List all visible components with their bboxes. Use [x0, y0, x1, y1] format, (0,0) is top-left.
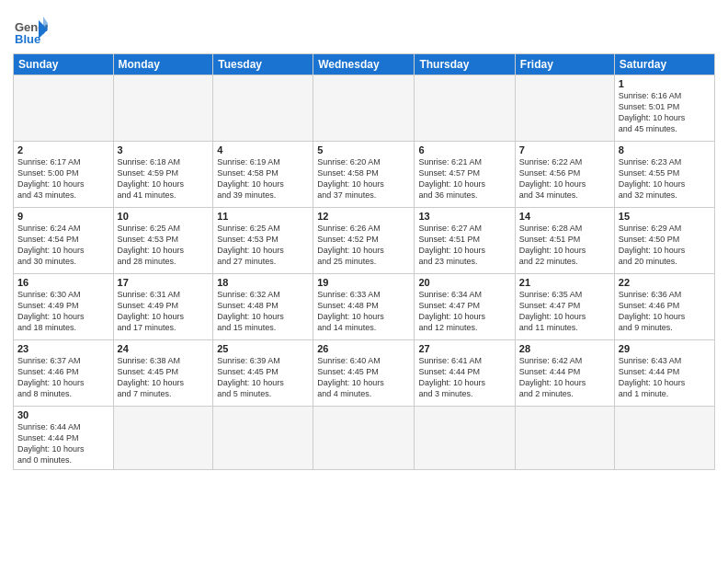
- day-info: Sunrise: 6:33 AM Sunset: 4:48 PM Dayligh…: [317, 289, 410, 334]
- calendar-day-cell: [14, 75, 114, 142]
- calendar-day-cell: 11Sunrise: 6:25 AM Sunset: 4:53 PM Dayli…: [213, 208, 313, 274]
- calendar-day-cell: 30Sunrise: 6:44 AM Sunset: 4:44 PM Dayli…: [14, 407, 114, 470]
- calendar-day-cell: 1Sunrise: 6:16 AM Sunset: 5:01 PM Daylig…: [614, 75, 714, 142]
- day-info: Sunrise: 6:17 AM Sunset: 5:00 PM Dayligh…: [17, 156, 109, 201]
- weekday-header-wednesday: Wednesday: [313, 54, 415, 75]
- day-info: Sunrise: 6:31 AM Sunset: 4:49 PM Dayligh…: [118, 289, 210, 334]
- calendar-day-cell: [415, 75, 515, 142]
- weekday-header-monday: Monday: [113, 54, 213, 75]
- calendar-week-2: 2Sunrise: 6:17 AM Sunset: 5:00 PM Daylig…: [14, 142, 715, 208]
- day-number: 29: [619, 343, 711, 354]
- day-number: 12: [317, 211, 410, 222]
- day-info: Sunrise: 6:22 AM Sunset: 4:56 PM Dayligh…: [519, 156, 610, 201]
- day-info: Sunrise: 6:40 AM Sunset: 4:45 PM Dayligh…: [317, 355, 410, 400]
- day-info: Sunrise: 6:24 AM Sunset: 4:54 PM Dayligh…: [17, 223, 109, 268]
- day-info: Sunrise: 6:16 AM Sunset: 5:01 PM Dayligh…: [619, 90, 711, 135]
- day-number: 23: [17, 343, 109, 354]
- calendar-day-cell: [213, 75, 313, 142]
- day-info: Sunrise: 6:34 AM Sunset: 4:47 PM Dayligh…: [418, 289, 510, 334]
- day-info: Sunrise: 6:23 AM Sunset: 4:55 PM Dayligh…: [619, 156, 711, 201]
- day-info: Sunrise: 6:38 AM Sunset: 4:45 PM Dayligh…: [118, 355, 210, 400]
- calendar-day-cell: [515, 75, 614, 142]
- day-info: Sunrise: 6:21 AM Sunset: 4:57 PM Dayligh…: [418, 156, 510, 201]
- calendar-day-cell: 24Sunrise: 6:38 AM Sunset: 4:45 PM Dayli…: [113, 340, 213, 407]
- day-number: 8: [619, 144, 711, 155]
- day-info: Sunrise: 6:27 AM Sunset: 4:51 PM Dayligh…: [418, 223, 510, 268]
- day-number: 27: [418, 343, 510, 354]
- weekday-header-tuesday: Tuesday: [213, 54, 313, 75]
- calendar-day-cell: 10Sunrise: 6:25 AM Sunset: 4:53 PM Dayli…: [113, 208, 213, 274]
- day-number: 16: [17, 277, 109, 288]
- calendar-day-cell: 8Sunrise: 6:23 AM Sunset: 4:55 PM Daylig…: [614, 142, 714, 208]
- calendar-day-cell: 19Sunrise: 6:33 AM Sunset: 4:48 PM Dayli…: [313, 274, 415, 340]
- day-number: 22: [619, 277, 711, 288]
- calendar-day-cell: 5Sunrise: 6:20 AM Sunset: 4:58 PM Daylig…: [313, 142, 415, 208]
- calendar-day-cell: 17Sunrise: 6:31 AM Sunset: 4:49 PM Dayli…: [113, 274, 213, 340]
- calendar-day-cell: 22Sunrise: 6:36 AM Sunset: 4:46 PM Dayli…: [614, 274, 714, 340]
- day-number: 9: [17, 211, 109, 222]
- page: General Blue SundayMondayTuesdayWednesda…: [0, 0, 728, 563]
- calendar-day-cell: 14Sunrise: 6:28 AM Sunset: 4:51 PM Dayli…: [515, 208, 614, 274]
- calendar-day-cell: 23Sunrise: 6:37 AM Sunset: 4:46 PM Dayli…: [14, 340, 114, 407]
- day-info: Sunrise: 6:19 AM Sunset: 4:58 PM Dayligh…: [217, 156, 309, 201]
- calendar-day-cell: [313, 75, 415, 142]
- calendar-week-1: 1Sunrise: 6:16 AM Sunset: 5:01 PM Daylig…: [14, 75, 715, 142]
- day-info: Sunrise: 6:44 AM Sunset: 4:44 PM Dayligh…: [17, 421, 109, 466]
- weekday-header-row: SundayMondayTuesdayWednesdayThursdayFrid…: [14, 54, 715, 75]
- day-number: 13: [418, 211, 510, 222]
- day-info: Sunrise: 6:43 AM Sunset: 4:44 PM Dayligh…: [619, 355, 711, 400]
- calendar-day-cell: 7Sunrise: 6:22 AM Sunset: 4:56 PM Daylig…: [515, 142, 614, 208]
- calendar-day-cell: 26Sunrise: 6:40 AM Sunset: 4:45 PM Dayli…: [313, 340, 415, 407]
- calendar-week-5: 23Sunrise: 6:37 AM Sunset: 4:46 PM Dayli…: [14, 340, 715, 407]
- day-number: 15: [619, 211, 711, 222]
- day-number: 1: [619, 78, 711, 89]
- day-number: 3: [118, 144, 210, 155]
- day-number: 17: [118, 277, 210, 288]
- calendar-day-cell: [515, 407, 614, 470]
- day-number: 4: [217, 144, 309, 155]
- calendar-day-cell: 12Sunrise: 6:26 AM Sunset: 4:52 PM Dayli…: [313, 208, 415, 274]
- day-number: 14: [519, 211, 610, 222]
- calendar-week-6: 30Sunrise: 6:44 AM Sunset: 4:44 PM Dayli…: [14, 407, 715, 470]
- calendar-day-cell: 6Sunrise: 6:21 AM Sunset: 4:57 PM Daylig…: [415, 142, 515, 208]
- day-number: 2: [17, 144, 109, 155]
- day-info: Sunrise: 6:30 AM Sunset: 4:49 PM Dayligh…: [17, 289, 109, 334]
- weekday-header-saturday: Saturday: [614, 54, 714, 75]
- logo: General Blue: [13, 13, 48, 48]
- day-info: Sunrise: 6:28 AM Sunset: 4:51 PM Dayligh…: [519, 223, 610, 268]
- calendar-day-cell: 21Sunrise: 6:35 AM Sunset: 4:47 PM Dayli…: [515, 274, 614, 340]
- calendar-day-cell: [213, 407, 313, 470]
- day-number: 21: [519, 277, 610, 288]
- calendar-day-cell: 27Sunrise: 6:41 AM Sunset: 4:44 PM Dayli…: [415, 340, 515, 407]
- calendar-day-cell: 18Sunrise: 6:32 AM Sunset: 4:48 PM Dayli…: [213, 274, 313, 340]
- calendar-day-cell: 16Sunrise: 6:30 AM Sunset: 4:49 PM Dayli…: [14, 274, 114, 340]
- header: General Blue: [13, 9, 715, 48]
- calendar-day-cell: 25Sunrise: 6:39 AM Sunset: 4:45 PM Dayli…: [213, 340, 313, 407]
- generalblue-logo-icon: General Blue: [13, 13, 48, 48]
- calendar-week-3: 9Sunrise: 6:24 AM Sunset: 4:54 PM Daylig…: [14, 208, 715, 274]
- calendar-day-cell: [113, 407, 213, 470]
- day-number: 10: [118, 211, 210, 222]
- calendar-day-cell: 28Sunrise: 6:42 AM Sunset: 4:44 PM Dayli…: [515, 340, 614, 407]
- day-info: Sunrise: 6:18 AM Sunset: 4:59 PM Dayligh…: [118, 156, 210, 201]
- calendar-day-cell: [614, 407, 714, 470]
- calendar-day-cell: 2Sunrise: 6:17 AM Sunset: 5:00 PM Daylig…: [14, 142, 114, 208]
- calendar-day-cell: [313, 407, 415, 470]
- day-info: Sunrise: 6:25 AM Sunset: 4:53 PM Dayligh…: [217, 223, 309, 268]
- day-number: 11: [217, 211, 309, 222]
- day-info: Sunrise: 6:29 AM Sunset: 4:50 PM Dayligh…: [619, 223, 711, 268]
- day-number: 26: [317, 343, 410, 354]
- day-info: Sunrise: 6:37 AM Sunset: 4:46 PM Dayligh…: [17, 355, 109, 400]
- weekday-header-friday: Friday: [515, 54, 614, 75]
- day-info: Sunrise: 6:42 AM Sunset: 4:44 PM Dayligh…: [519, 355, 610, 400]
- calendar-day-cell: 13Sunrise: 6:27 AM Sunset: 4:51 PM Dayli…: [415, 208, 515, 274]
- day-info: Sunrise: 6:41 AM Sunset: 4:44 PM Dayligh…: [418, 355, 510, 400]
- day-number: 19: [317, 277, 410, 288]
- day-number: 20: [418, 277, 510, 288]
- day-number: 24: [118, 343, 210, 354]
- calendar-week-4: 16Sunrise: 6:30 AM Sunset: 4:49 PM Dayli…: [14, 274, 715, 340]
- calendar-table: SundayMondayTuesdayWednesdayThursdayFrid…: [13, 53, 715, 470]
- calendar-day-cell: 4Sunrise: 6:19 AM Sunset: 4:58 PM Daylig…: [213, 142, 313, 208]
- day-info: Sunrise: 6:20 AM Sunset: 4:58 PM Dayligh…: [317, 156, 410, 201]
- calendar-day-cell: [415, 407, 515, 470]
